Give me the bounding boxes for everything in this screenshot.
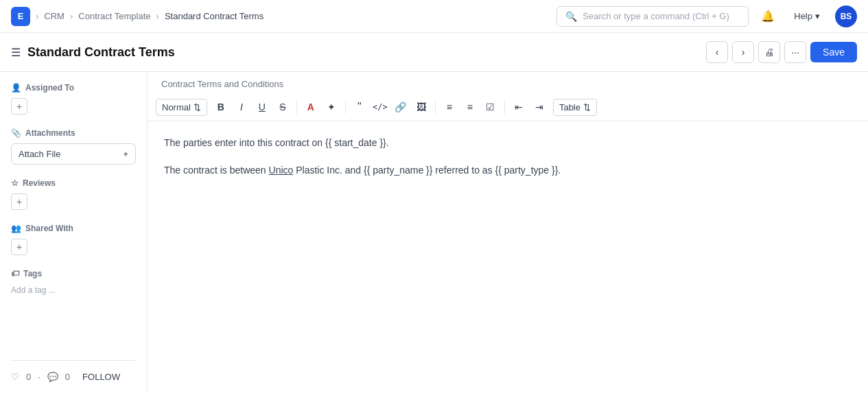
- breadcrumb-contract-template[interactable]: Contract Template: [78, 11, 150, 21]
- shared-with-section: 👥 Shared With +: [11, 224, 136, 255]
- comments-count: 0: [65, 372, 70, 382]
- dot-sep: ·: [38, 372, 40, 382]
- shared-with-label: Shared With: [25, 224, 73, 233]
- search-placeholder: Search or type a command (Ctrl + G): [583, 11, 729, 21]
- menu-icon[interactable]: ☰: [11, 46, 21, 59]
- help-button[interactable]: Help ▾: [787, 7, 827, 25]
- prev-button[interactable]: ‹: [706, 41, 728, 63]
- help-chevron-icon: ▾: [815, 11, 820, 21]
- user-avatar[interactable]: BS: [835, 5, 857, 27]
- table-select[interactable]: Table ⇅: [553, 99, 597, 116]
- page-header: ☰ Standard Contract Terms ‹ › 🖨 ··· Save: [0, 33, 868, 72]
- assigned-to-add-button[interactable]: +: [11, 98, 27, 115]
- attachments-section: 📎 Attachments Attach File +: [11, 128, 136, 165]
- sep1: ›: [36, 11, 38, 21]
- assigned-to-label: Assigned To: [25, 83, 74, 93]
- search-bar[interactable]: 🔍 Search or type a command (Ctrl + G): [556, 6, 749, 27]
- checklist-button[interactable]: ☑: [481, 97, 500, 117]
- toolbar-sep4: [504, 100, 505, 114]
- ordered-list-button[interactable]: ≡: [440, 97, 459, 117]
- attachments-title: 📎 Attachments: [11, 128, 136, 138]
- breadcrumb-current: Standard Contract Terms: [165, 11, 263, 21]
- help-label: Help: [794, 11, 812, 21]
- reviews-add-button[interactable]: +: [11, 193, 27, 210]
- reviews-section: ☆ Reviews +: [11, 178, 136, 210]
- format-select-label: Normal: [162, 102, 191, 112]
- tag-icon: 🏷: [11, 269, 19, 278]
- notification-button[interactable]: 🔔: [757, 5, 779, 27]
- next-button[interactable]: ›: [732, 41, 754, 63]
- text-color-button[interactable]: A: [301, 97, 320, 117]
- toolbar-sep3: [435, 100, 436, 114]
- attachments-label: Attachments: [25, 128, 75, 138]
- star-icon: ☆: [11, 178, 19, 188]
- page-header-right: ‹ › 🖨 ··· Save: [706, 41, 857, 63]
- shared-with-add-button[interactable]: +: [11, 239, 27, 255]
- breadcrumb-area: E › CRM › Contract Template › Standard C…: [11, 7, 263, 26]
- attach-file-plus-icon: +: [123, 149, 128, 159]
- topnav: E › CRM › Contract Template › Standard C…: [0, 0, 868, 33]
- tags-section: 🏷 Tags Add a tag ...: [11, 269, 136, 295]
- unico-text: Unico: [269, 165, 294, 176]
- toolbar-sep1: [296, 100, 297, 114]
- format-chevron-icon: ⇅: [193, 102, 201, 112]
- table-select-label: Table: [559, 102, 580, 112]
- tags-title: 🏷 Tags: [11, 269, 136, 278]
- indent-left-button[interactable]: ⇤: [509, 97, 528, 117]
- format-select[interactable]: Normal ⇅: [156, 99, 207, 116]
- strikethrough-button[interactable]: S: [273, 97, 292, 117]
- comment-icon: 💬: [47, 372, 58, 382]
- editor-paragraph-1: The parties enter into this contract on …: [164, 135, 852, 152]
- editor-section-label: Contract Terms and Conditions: [148, 72, 868, 93]
- search-icon: 🔍: [565, 11, 577, 22]
- attach-file-button[interactable]: Attach File +: [11, 143, 136, 165]
- underline-button[interactable]: U: [253, 97, 272, 117]
- person-icon: 👤: [11, 83, 21, 93]
- save-button[interactable]: Save: [810, 42, 857, 62]
- sep2: ›: [70, 11, 73, 21]
- unordered-list-button[interactable]: ≡: [460, 97, 480, 117]
- editor-area: Contract Terms and Conditions Normal ⇅ B…: [148, 72, 868, 393]
- app-icon[interactable]: E: [11, 7, 30, 26]
- blockquote-button[interactable]: ": [350, 97, 369, 117]
- sidebar: 👤 Assigned To + 📎 Attachments Attach Fil…: [0, 72, 148, 393]
- editor-paragraph-2: The contract is between Unico Plastic In…: [164, 163, 852, 179]
- main-layout: 👤 Assigned To + 📎 Attachments Attach Fil…: [0, 72, 868, 393]
- topnav-right: 🔍 Search or type a command (Ctrl + G) 🔔 …: [556, 5, 857, 27]
- table-chevron-icon: ⇅: [583, 102, 591, 112]
- image-button[interactable]: 🖼: [412, 97, 431, 117]
- like-icon: ♡: [11, 372, 19, 382]
- editor-content[interactable]: The parties enter into this contract on …: [148, 121, 868, 393]
- editor-toolbar: Normal ⇅ B I U S A ✦ " </> 🔗 🖼 ≡ ≡ ☑ ⇤ ⇥: [148, 93, 868, 121]
- add-tag-button[interactable]: Add a tag ...: [11, 285, 136, 295]
- page-header-left: ☰ Standard Contract Terms: [11, 45, 175, 60]
- highlight-button[interactable]: ✦: [322, 97, 341, 117]
- bold-button[interactable]: B: [211, 97, 231, 117]
- italic-button[interactable]: I: [232, 97, 251, 117]
- sep3: ›: [156, 11, 159, 21]
- attach-file-label: Attach File: [19, 149, 60, 159]
- paperclip-icon: 📎: [11, 128, 21, 138]
- code-button[interactable]: </>: [371, 97, 390, 117]
- assigned-to-title: 👤 Assigned To: [11, 83, 136, 93]
- shared-with-title: 👥 Shared With: [11, 224, 136, 233]
- reviews-title: ☆ Reviews: [11, 178, 136, 188]
- breadcrumb-crm[interactable]: CRM: [44, 11, 64, 21]
- reviews-label: Reviews: [23, 178, 56, 188]
- indent-right-button[interactable]: ⇥: [530, 97, 549, 117]
- more-options-button[interactable]: ···: [784, 41, 806, 63]
- group-icon: 👥: [11, 224, 21, 233]
- follow-button[interactable]: FOLLOW: [82, 372, 120, 382]
- print-button[interactable]: 🖨: [758, 41, 780, 63]
- tags-label: Tags: [23, 269, 42, 278]
- page-title: Standard Contract Terms: [27, 45, 175, 60]
- likes-count: 0: [26, 372, 31, 382]
- link-button[interactable]: 🔗: [391, 97, 410, 117]
- toolbar-sep2: [345, 100, 346, 114]
- assigned-to-section: 👤 Assigned To +: [11, 83, 136, 115]
